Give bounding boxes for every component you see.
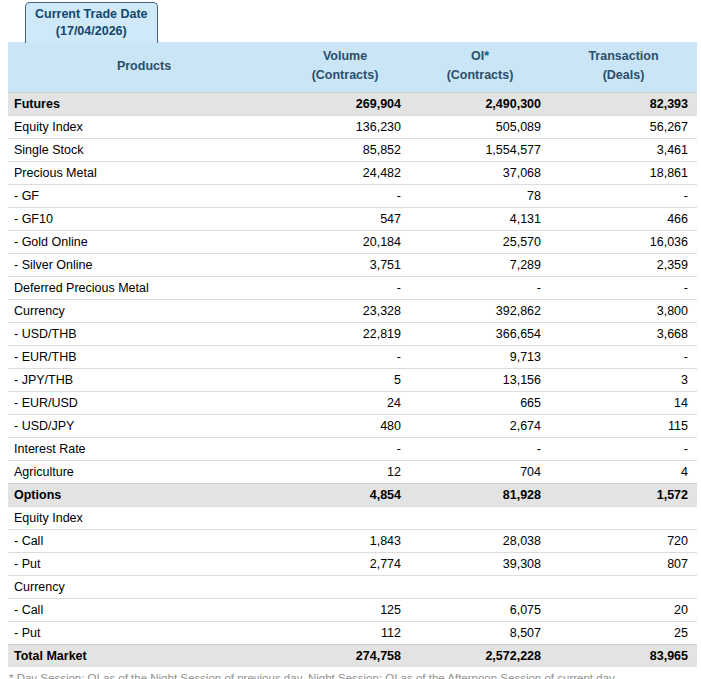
oi-cell: 25,570: [410, 230, 550, 253]
volume-cell: 274,758: [280, 644, 410, 667]
column-header-transaction: Transaction (Deals): [550, 42, 697, 92]
table-row: - JPY/THB513,1563: [8, 368, 697, 391]
oi-cell: -: [410, 437, 550, 460]
table-row: Currency: [8, 575, 697, 598]
table-row: - Call1,84328,038720: [8, 529, 697, 552]
transaction-cell: [550, 506, 697, 529]
transaction-cell: 25: [550, 621, 697, 644]
transaction-cell: 466: [550, 207, 697, 230]
table-row: Futures269,9042,490,30082,393: [8, 92, 697, 115]
volume-cell: 24: [280, 391, 410, 414]
product-cell: Currency: [8, 299, 280, 322]
volume-cell: 23,328: [280, 299, 410, 322]
transaction-cell: 807: [550, 552, 697, 575]
tab-label-line2: (17/04/2026): [35, 23, 148, 40]
volume-cell: 20,184: [280, 230, 410, 253]
transaction-cell: 20: [550, 598, 697, 621]
table-row: Equity Index: [8, 506, 697, 529]
table-row: Currency23,328392,8623,800: [8, 299, 697, 322]
volume-cell: 547: [280, 207, 410, 230]
column-header-oi: OI* (Contracts): [410, 42, 550, 92]
volume-cell: 85,852: [280, 138, 410, 161]
transaction-cell: 14: [550, 391, 697, 414]
volume-cell: -: [280, 345, 410, 368]
product-cell: - GF10: [8, 207, 280, 230]
volume-cell: -: [280, 184, 410, 207]
transaction-cell: 82,393: [550, 92, 697, 115]
transaction-cell: 83,965: [550, 644, 697, 667]
tab-current-trade-date[interactable]: Current Trade Date (17/04/2026): [25, 2, 158, 43]
oi-cell: 28,038: [410, 529, 550, 552]
volume-cell: [280, 506, 410, 529]
column-header-label: Volume: [282, 47, 408, 66]
transaction-cell: 16,036: [550, 230, 697, 253]
transaction-cell: -: [550, 345, 697, 368]
product-cell: - Put: [8, 621, 280, 644]
product-cell: - Gold Online: [8, 230, 280, 253]
transaction-cell: 3,800: [550, 299, 697, 322]
volume-cell: 12: [280, 460, 410, 483]
volume-cell: 269,904: [280, 92, 410, 115]
trading-summary-table: Products Volume (Contracts) OI* (Contrac…: [8, 42, 697, 667]
table-row: Total Market274,7582,572,22883,965: [8, 644, 697, 667]
volume-cell: -: [280, 437, 410, 460]
oi-cell: 505,089: [410, 115, 550, 138]
volume-cell: 2,774: [280, 552, 410, 575]
table-row: - Gold Online20,18425,57016,036: [8, 230, 697, 253]
volume-cell: 1,843: [280, 529, 410, 552]
tab-label-line1: Current Trade Date: [35, 6, 148, 23]
oi-cell: 9,713: [410, 345, 550, 368]
volume-cell: 3,751: [280, 253, 410, 276]
product-cell: Total Market: [8, 644, 280, 667]
volume-cell: 480: [280, 414, 410, 437]
oi-cell: [410, 575, 550, 598]
oi-cell: 6,075: [410, 598, 550, 621]
oi-cell: 13,156: [410, 368, 550, 391]
table-row: Interest Rate---: [8, 437, 697, 460]
product-cell: - JPY/THB: [8, 368, 280, 391]
volume-cell: 22,819: [280, 322, 410, 345]
oi-footnote: * Day Session: OI as of the Night Sessio…: [0, 668, 701, 679]
column-header-volume: Volume (Contracts): [280, 42, 410, 92]
column-header-products: Products: [8, 42, 280, 92]
product-cell: - USD/JPY: [8, 414, 280, 437]
table-row: Equity Index136,230505,08956,267: [8, 115, 697, 138]
table-row: - EUR/USD2466514: [8, 391, 697, 414]
product-cell: - Call: [8, 598, 280, 621]
table-row: - USD/JPY4802,674115: [8, 414, 697, 437]
product-cell: Futures: [8, 92, 280, 115]
oi-cell: 2,490,300: [410, 92, 550, 115]
transaction-cell: -: [550, 437, 697, 460]
oi-cell: 665: [410, 391, 550, 414]
table-row: - USD/THB22,819366,6543,668: [8, 322, 697, 345]
product-cell: - GF: [8, 184, 280, 207]
transaction-cell: 1,572: [550, 483, 697, 506]
product-cell: Deferred Precious Metal: [8, 276, 280, 299]
transaction-cell: 720: [550, 529, 697, 552]
oi-cell: -: [410, 276, 550, 299]
table-row: - Silver Online3,7517,2892,359: [8, 253, 697, 276]
table-body: Futures269,9042,490,30082,393Equity Inde…: [8, 92, 697, 667]
volume-cell: 5: [280, 368, 410, 391]
column-header-label: OI*: [412, 47, 548, 66]
transaction-cell: [550, 575, 697, 598]
table-header-row: Products Volume (Contracts) OI* (Contrac…: [8, 42, 697, 92]
product-cell: Precious Metal: [8, 161, 280, 184]
oi-cell: 2,572,228: [410, 644, 550, 667]
volume-cell: 112: [280, 621, 410, 644]
market-summary-page: Current Trade Date (17/04/2026) Products…: [0, 0, 701, 679]
table-row: Options4,85481,9281,572: [8, 483, 697, 506]
volume-cell: -: [280, 276, 410, 299]
transaction-cell: 3,461: [550, 138, 697, 161]
product-cell: - EUR/USD: [8, 391, 280, 414]
table-row: Precious Metal24,48237,06818,861: [8, 161, 697, 184]
transaction-cell: -: [550, 276, 697, 299]
volume-cell: 4,854: [280, 483, 410, 506]
column-header-label: Products: [10, 57, 278, 76]
product-cell: Equity Index: [8, 506, 280, 529]
transaction-cell: 115: [550, 414, 697, 437]
transaction-cell: 2,359: [550, 253, 697, 276]
transaction-cell: 18,861: [550, 161, 697, 184]
column-header-sub: (Deals): [552, 66, 695, 85]
product-cell: - Silver Online: [8, 253, 280, 276]
